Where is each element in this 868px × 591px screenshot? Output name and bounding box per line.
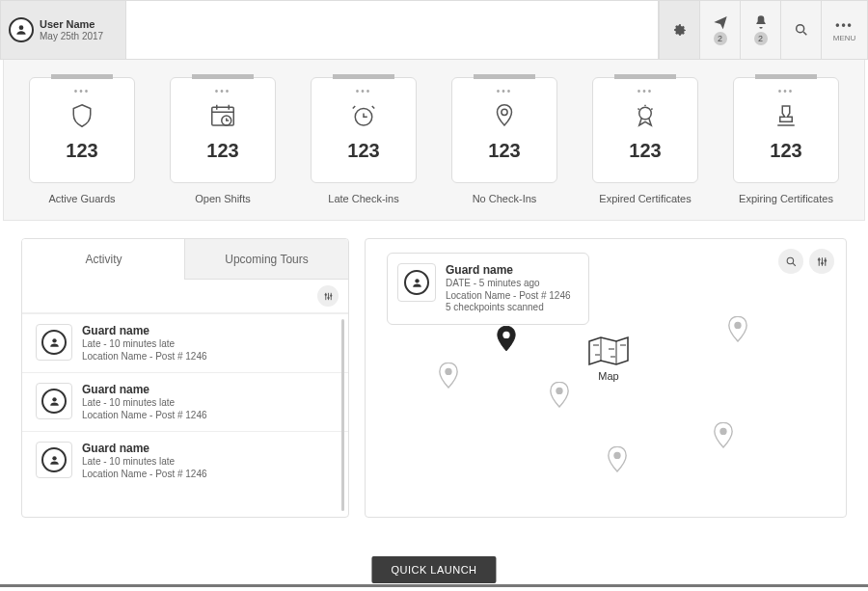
- stat-value: 123: [629, 140, 661, 162]
- alarm-clock-icon: [349, 99, 378, 132]
- svg-point-23: [613, 452, 620, 459]
- body-area: Activity Upcoming Tours Guard name Late …: [0, 221, 868, 518]
- stat-open-shifts[interactable]: ••• 123 Open Shifts: [170, 77, 276, 204]
- map-area[interactable]: Map: [385, 326, 827, 507]
- person-icon: [41, 330, 67, 355]
- user-avatar-icon: [9, 17, 34, 42]
- list-settings-button[interactable]: [317, 285, 339, 307]
- map-legend: Map: [587, 336, 630, 382]
- svg-point-0: [19, 25, 24, 30]
- svg-point-21: [734, 322, 741, 329]
- user-name: User Name: [40, 18, 103, 30]
- activity-location: Location Name - Post # 1246: [82, 469, 207, 481]
- popup-time: DATE - 5 minutes ago: [446, 278, 571, 290]
- map-pin[interactable]: [713, 422, 734, 453]
- map-pin[interactable]: [438, 363, 459, 393]
- stat-active-guards[interactable]: ••• 123 Active Guards: [29, 77, 135, 204]
- search-icon: [785, 255, 798, 268]
- svg-point-16: [824, 259, 826, 261]
- map-panel: Guard name DATE - 5 minutes ago Location…: [365, 238, 847, 518]
- svg-point-17: [415, 279, 419, 282]
- sliders-icon: [816, 255, 828, 268]
- user-text: User Name May 25th 2017: [40, 18, 103, 40]
- activity-list[interactable]: Guard name Late - 10 minutes late Locati…: [22, 312, 348, 517]
- activity-status: Late - 10 minutes late: [82, 338, 207, 351]
- stat-no-checkins[interactable]: ••• 123 No Check-Ins: [451, 77, 557, 204]
- user-block[interactable]: User Name May 25th 2017: [1, 1, 126, 59]
- svg-point-6: [639, 107, 652, 120]
- map-pin[interactable]: [549, 382, 570, 413]
- stat-label: Late Check-ins: [328, 193, 398, 204]
- quick-launch-button[interactable]: QUICK LAUNCH: [371, 556, 496, 583]
- menu-button[interactable]: ••• MENU: [821, 1, 867, 59]
- svg-point-18: [502, 332, 509, 338]
- stat-label: Active Guards: [48, 193, 115, 204]
- activity-title: Guard name: [82, 324, 207, 338]
- svg-point-22: [719, 428, 726, 435]
- sliders-icon: [323, 291, 334, 302]
- stat-label: Open Shifts: [195, 193, 250, 204]
- map-popup-card[interactable]: Guard name DATE - 5 minutes ago Location…: [387, 253, 589, 325]
- map-icon: [587, 336, 630, 366]
- svg-point-7: [324, 293, 326, 295]
- top-search-area[interactable]: [126, 1, 659, 59]
- activity-location: Location Name - Post # 1246: [82, 351, 207, 363]
- person-icon: [41, 447, 67, 472]
- activity-status: Late - 10 minutes late: [82, 397, 207, 410]
- svg-point-12: [52, 456, 56, 460]
- tab-activity[interactable]: Activity: [21, 238, 186, 280]
- svg-point-19: [445, 368, 451, 375]
- tab-upcoming-tours[interactable]: Upcoming Tours: [184, 238, 349, 280]
- stat-expired-certs[interactable]: ••• 123 Expired Certificates: [592, 77, 698, 204]
- shield-icon: [68, 99, 96, 132]
- calendar-clock-icon: [208, 99, 237, 132]
- map-filter-button[interactable]: [809, 249, 834, 274]
- activity-tabs: Activity Upcoming Tours: [22, 239, 348, 280]
- activity-status: Late - 10 minutes late: [82, 456, 207, 469]
- stat-value: 123: [488, 140, 520, 162]
- send-icon: [713, 14, 728, 30]
- person-icon: [41, 389, 67, 414]
- stat-expiring-certs[interactable]: ••• 123 Expiring Certificates: [733, 77, 839, 204]
- top-bar: User Name May 25th 2017 2 2 ••• MENU: [0, 0, 868, 60]
- activity-location: Location Name - Post # 1246: [82, 410, 207, 422]
- stats-strip: ••• 123 Active Guards ••• 123 Open Shift…: [3, 60, 865, 221]
- svg-point-9: [330, 294, 332, 296]
- top-icons: 2 2 ••• MENU: [659, 1, 867, 59]
- bell-icon: [753, 14, 769, 30]
- send-button[interactable]: 2: [699, 1, 740, 59]
- svg-point-15: [821, 262, 823, 264]
- activity-title: Guard name: [82, 442, 207, 456]
- list-item[interactable]: Guard name Late - 10 minutes late Locati…: [22, 431, 348, 490]
- stat-label: Expired Certificates: [599, 193, 691, 204]
- svg-point-10: [52, 338, 56, 342]
- list-item[interactable]: Guard name Late - 10 minutes late Locati…: [22, 372, 348, 431]
- bottom-bar: [0, 584, 868, 587]
- svg-point-1: [796, 25, 803, 33]
- list-item[interactable]: Guard name Late - 10 minutes late Locati…: [22, 313, 348, 372]
- badge-icon: [631, 99, 660, 132]
- popup-checkpoints: 5 checkpoints scanned: [446, 302, 571, 314]
- map-pin[interactable]: [727, 316, 748, 347]
- search-button[interactable]: [780, 1, 821, 59]
- map-pin-selected[interactable]: [496, 326, 517, 357]
- activity-panel: Activity Upcoming Tours Guard name Late …: [21, 238, 349, 518]
- popup-title: Guard name: [446, 263, 571, 278]
- svg-point-5: [502, 109, 507, 115]
- svg-point-11: [52, 397, 56, 401]
- gear-icon: [672, 22, 688, 38]
- stat-value: 123: [770, 140, 801, 162]
- stat-late-checkins[interactable]: ••• 123 Late Check-ins: [311, 77, 417, 204]
- notifications-badge: 2: [754, 32, 768, 45]
- activity-title: Guard name: [82, 383, 207, 397]
- svg-point-13: [787, 257, 794, 264]
- map-pin[interactable]: [607, 446, 628, 477]
- menu-dots-icon: •••: [835, 18, 854, 32]
- stat-label: Expiring Certificates: [739, 193, 833, 204]
- user-date: May 25th 2017: [40, 31, 103, 41]
- settings-button[interactable]: [659, 1, 699, 59]
- notifications-button[interactable]: 2: [740, 1, 780, 59]
- map-search-button[interactable]: [778, 249, 803, 274]
- stat-value: 123: [347, 140, 379, 162]
- location-pin-icon: [490, 99, 519, 132]
